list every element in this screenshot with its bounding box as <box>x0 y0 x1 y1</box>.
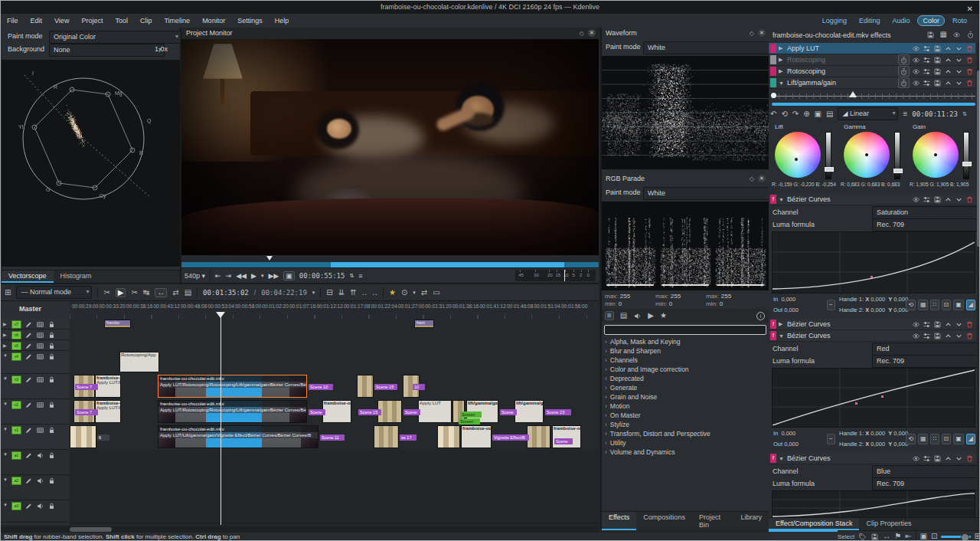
scrollbar-thumb[interactable] <box>977 70 980 247</box>
paint-mode-select[interactable]: Original Color▾ <box>49 31 181 44</box>
presets-icon[interactable] <box>923 332 931 340</box>
menu-timeline[interactable]: Timeline <box>158 17 196 25</box>
undock-icon[interactable]: ◇ <box>580 30 584 37</box>
edit-track-icon[interactable] <box>24 502 33 510</box>
effect-row-bezier-saturation[interactable]: f ▼ Bézier Curves <box>769 194 975 205</box>
timeline-clip[interactable] <box>70 425 96 448</box>
fade-out-icon[interactable]: ‥ <box>372 289 377 297</box>
monitor-menu-icon[interactable]: ≡ <box>358 272 362 280</box>
track-settings-icon[interactable]: ⊞ <box>5 289 11 297</box>
move-down-icon[interactable] <box>955 320 963 329</box>
timeline-clip[interactable]: framboise-ou-chocolat-edit.mkvApply LUT/… <box>158 400 307 423</box>
chevron-down-icon[interactable]: ▼ <box>3 452 8 457</box>
zone-start-icon[interactable]: ⇤ <box>215 272 221 280</box>
reset-curve-icon[interactable]: ⟲ <box>906 300 916 310</box>
show-effect-icon[interactable] <box>912 56 920 64</box>
show-effect-icon[interactable] <box>912 67 920 76</box>
track-header-v4[interactable]: ▼v4 <box>1 351 70 374</box>
scene-marker[interactable]: Scene <box>554 438 573 444</box>
curve-editor-red[interactable] <box>772 368 975 428</box>
reset-curve-icon[interactable]: ⟲ <box>906 434 916 444</box>
delete-effect-icon[interactable] <box>965 44 974 53</box>
keyframe-toggle[interactable] <box>898 77 910 88</box>
effect-row-bezier-blue[interactable]: f ▼ Bézier Curves <box>769 453 975 464</box>
track-lane-v5[interactable] <box>70 340 599 352</box>
track-header-a2[interactable]: ▼a2 <box>1 475 70 500</box>
zoom-slider[interactable] <box>941 536 970 538</box>
effect-category[interactable]: ›Transform, Distort and Perspective <box>602 429 769 438</box>
delete-effect-icon[interactable] <box>965 320 974 329</box>
thumbnails-icon[interactable]: ▤ <box>620 312 627 320</box>
spacer-tool-icon[interactable]: ↹ <box>143 289 149 297</box>
stopwatch-icon[interactable] <box>900 56 908 64</box>
lock-track-icon[interactable] <box>47 352 56 361</box>
menu-project[interactable]: Project <box>75 17 109 25</box>
wheel-cursor[interactable] <box>795 158 798 161</box>
track-lane-v6[interactable] <box>70 330 599 341</box>
lock-track-icon[interactable] <box>47 331 56 339</box>
chevron-down-icon[interactable]: ▼ <box>3 402 8 406</box>
composite-track-icon[interactable] <box>36 401 44 409</box>
timeline-clip[interactable]: framboise-ou-chocolat-edit.mkvApply LUT/… <box>158 375 307 398</box>
chevron-right-icon[interactable]: ▶ <box>779 321 785 327</box>
chevron-right-icon[interactable]: ▶ <box>779 68 785 74</box>
move-up-icon[interactable] <box>944 56 952 64</box>
move-down-icon[interactable] <box>955 454 963 463</box>
save-stack-icon[interactable] <box>926 31 935 39</box>
move-down-icon[interactable] <box>955 79 963 87</box>
chevron-down-icon[interactable]: ▼ <box>3 353 8 358</box>
composite-track-icon[interactable] <box>36 342 44 350</box>
effect-category[interactable]: ›Channels <box>602 356 769 365</box>
audio-effects-icon[interactable] <box>633 312 642 320</box>
insert-zone-icon[interactable]: ⇊ <box>338 289 345 297</box>
presets-icon[interactable] <box>923 56 931 64</box>
fit-zoom-icon[interactable]: ▣ <box>920 533 927 540</box>
effect-category[interactable]: ›Color and Image correction <box>602 365 769 374</box>
track-tag[interactable]: v1 <box>11 426 21 434</box>
tab-histogram[interactable]: Histogram <box>54 270 99 283</box>
track-lane-a1[interactable] <box>70 450 599 476</box>
favorite-effects-icon[interactable]: ★ <box>389 289 396 297</box>
add-keyframe-icon[interactable]: ⊕ <box>803 110 809 118</box>
menu-file[interactable]: File <box>1 17 24 25</box>
chevron-right-icon[interactable]: ▶ <box>3 321 8 326</box>
effect-category[interactable]: ›Motion <box>602 402 769 411</box>
spin-icon[interactable]: ⇅ <box>962 111 967 116</box>
effect-category[interactable]: ›Alpha, Mask and Keying <box>602 337 769 346</box>
delete-effect-icon[interactable] <box>965 67 974 76</box>
play-options-icon[interactable]: ▾ <box>261 273 264 279</box>
track-tag[interactable]: v4 <box>11 352 21 361</box>
scrollbar-thumb[interactable] <box>70 527 112 532</box>
timeline-clip[interactable] <box>437 425 460 448</box>
keyframe-zoom-bar[interactable] <box>772 103 975 106</box>
info-icon[interactable]: i <box>756 312 765 320</box>
forward-icon[interactable]: ▶▶ <box>268 272 279 280</box>
track-lane-a3[interactable] <box>70 500 599 523</box>
scene-marker[interactable]: Scene <box>403 409 420 415</box>
show-effect-icon[interactable] <box>912 195 920 204</box>
wheel-cursor[interactable] <box>934 153 937 156</box>
titlebar[interactable]: framboise-ou-chocolat-color.kdenlive / 4… <box>1 1 979 14</box>
effect-category[interactable]: ›Stylize <box>602 420 769 429</box>
slider-handle[interactable] <box>825 167 834 172</box>
timeline-clip[interactable] <box>374 425 399 448</box>
remove-point-button[interactable]: − <box>827 434 835 444</box>
lock-track-icon[interactable] <box>47 477 56 485</box>
effect-row-rotoscoping[interactable]: ▶Rotoscoping <box>769 54 975 66</box>
effect-category[interactable]: ›Generate <box>602 383 769 392</box>
chevron-down-icon[interactable]: ▼ <box>3 477 8 482</box>
mix-clips-icon[interactable]: ✂ <box>103 289 109 297</box>
timeline-clip[interactable]: framboise-ou-cho <box>552 425 581 448</box>
track-tag[interactable]: v3 <box>11 375 21 384</box>
track-tag[interactable]: v7 <box>11 320 21 329</box>
track-header-v3[interactable]: ▼v3 <box>1 374 70 399</box>
presets-icon[interactable] <box>923 67 931 76</box>
chevron-down-icon[interactable]: ▼ <box>779 333 785 339</box>
edit-track-icon[interactable] <box>24 401 33 409</box>
background-select[interactable]: None▾ <box>49 44 165 57</box>
record-icon[interactable]: ⊙ <box>401 289 407 297</box>
track-tag[interactable]: a3 <box>11 502 21 510</box>
show-effect-icon[interactable] <box>912 79 920 87</box>
edit-mode-select[interactable]: — Normal mode▾ <box>16 286 92 299</box>
timeline-clip[interactable]: framboise-ou-choApply LUT/Rotosc <box>95 375 121 398</box>
